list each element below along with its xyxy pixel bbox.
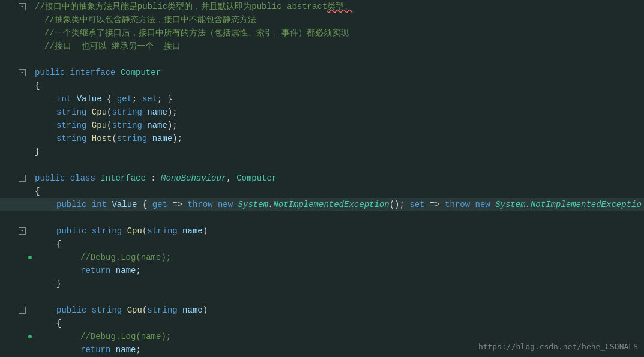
line-number-24: [0, 304, 18, 317]
fold-14[interactable]: -: [18, 172, 28, 185]
bp-24: [28, 304, 32, 317]
fold-2: [18, 13, 28, 26]
code-line-8: int Value { get; set; }: [32, 92, 644, 106]
bp-21: [28, 264, 32, 277]
line-24: - public string Gpu(string name): [0, 304, 644, 317]
line-21: return name;: [0, 264, 644, 277]
code-editor: - //接口中的抽象方法只能是public类型的，并且默认即为public ab…: [0, 0, 644, 357]
fold-23: [18, 290, 28, 304]
bp-10: [28, 119, 32, 132]
line-number-21: [0, 264, 18, 277]
line-7: {: [0, 79, 644, 92]
code-line-22: }: [32, 277, 644, 290]
bp-18: [28, 224, 32, 238]
bp-4: [28, 40, 32, 53]
line-20: //Debug.Log(name);: [0, 251, 644, 264]
code-line-20: //Debug.Log(name);: [32, 251, 644, 264]
line-number-15: [0, 185, 18, 198]
bp-27: [28, 343, 32, 356]
bp-3: [28, 26, 32, 40]
line-23: [0, 290, 644, 304]
line-9: string Cpu(string name);: [0, 106, 644, 119]
line-number-2: [0, 13, 18, 26]
fold-15: [18, 185, 28, 198]
line-number-5: [0, 53, 18, 66]
line-number-20: [0, 251, 18, 264]
line-number-19: [0, 238, 18, 251]
line-number-13: [0, 158, 18, 172]
line-8: int Value { get; set; }: [0, 92, 644, 106]
line-number-9: [0, 106, 18, 119]
code-line-4: //接口 也可以 继承另一个 接口: [32, 40, 644, 53]
bp-1: [28, 0, 32, 13]
line-5: [0, 53, 644, 66]
bp-5: [28, 53, 32, 66]
code-line-9: string Cpu(string name);: [32, 106, 644, 119]
code-line-15: {: [32, 185, 644, 198]
line-number-14: [0, 172, 18, 185]
code-line-1: //接口中的抽象方法只能是public类型的，并且默认即为public abst…: [32, 0, 644, 13]
bp-26: [28, 330, 32, 343]
fold-5: [18, 53, 28, 66]
fold-18[interactable]: -: [18, 224, 28, 238]
fold-4: [18, 40, 28, 53]
fold-7: [18, 79, 28, 92]
bp-12: [28, 145, 32, 158]
line-number-10: [0, 119, 18, 132]
bp-17: [28, 211, 32, 224]
fold-1[interactable]: -: [18, 0, 28, 13]
bp-13: [28, 158, 32, 172]
line-number-7: [0, 79, 18, 92]
fold-27: [18, 343, 28, 356]
code-line-10: string Gpu(string name);: [32, 119, 644, 132]
line-11: string Host(string name);: [0, 132, 644, 145]
line-number-8: [0, 92, 18, 106]
fold-16: [18, 198, 28, 211]
code-line-7: {: [32, 79, 644, 92]
line-17: [0, 211, 644, 224]
line-18: - public string Cpu(string name): [0, 224, 644, 238]
fold-22: [18, 277, 28, 290]
line-number-6: [0, 66, 18, 79]
bp-2: [28, 13, 32, 26]
line-15: {: [0, 185, 644, 198]
bp-16: [28, 198, 32, 211]
code-line-14: public class Interface : MonoBehaviour, …: [32, 172, 644, 185]
code-line-2: //抽象类中可以包含静态方法，接口中不能包含静态方法: [32, 13, 644, 26]
bp-19: [28, 238, 32, 251]
line-number-17: [0, 211, 18, 224]
line-number-11: [0, 132, 18, 145]
fold-25: [18, 317, 28, 330]
fold-6[interactable]: -: [18, 66, 28, 79]
fold-17: [18, 211, 28, 224]
code-line-24: public string Gpu(string name): [32, 304, 644, 317]
fold-24[interactable]: -: [18, 304, 28, 317]
bp-9: [28, 106, 32, 119]
line-number-26: [0, 330, 18, 343]
fold-3: [18, 26, 28, 40]
code-line-6: public interface Computer: [32, 66, 644, 79]
fold-21: [18, 264, 28, 277]
line-13: [0, 158, 644, 172]
line-number-16: [0, 198, 18, 211]
code-line-11: string Host(string name);: [32, 132, 644, 145]
watermark: https://blog.csdn.net/hehe_CSDNALS: [478, 342, 638, 351]
line-10: string Gpu(string name);: [0, 119, 644, 132]
line-3: //一个类继承了接口后，接口中所有的方法（包括属性、索引、事件）都必须实现: [0, 26, 644, 40]
code-line-16: public int Value { get => throw new Syst…: [32, 198, 644, 211]
fold-20: [18, 251, 28, 264]
line-1: - //接口中的抽象方法只能是public类型的，并且默认即为public ab…: [0, 0, 644, 13]
bp-11: [28, 132, 32, 145]
code-line-18: public string Cpu(string name): [32, 224, 644, 238]
line-number-12: [0, 145, 18, 158]
bp-22: [28, 277, 32, 290]
line-12: }: [0, 145, 644, 158]
bp-23: [28, 290, 32, 304]
fold-11: [18, 132, 28, 145]
fold-8: [18, 92, 28, 106]
code-line-19: {: [32, 238, 644, 251]
code-line-3: //一个类继承了接口后，接口中所有的方法（包括属性、索引、事件）都必须实现: [32, 26, 644, 40]
line-number-23: [0, 290, 18, 304]
fold-10: [18, 119, 28, 132]
code-line-21: return name;: [32, 264, 644, 277]
